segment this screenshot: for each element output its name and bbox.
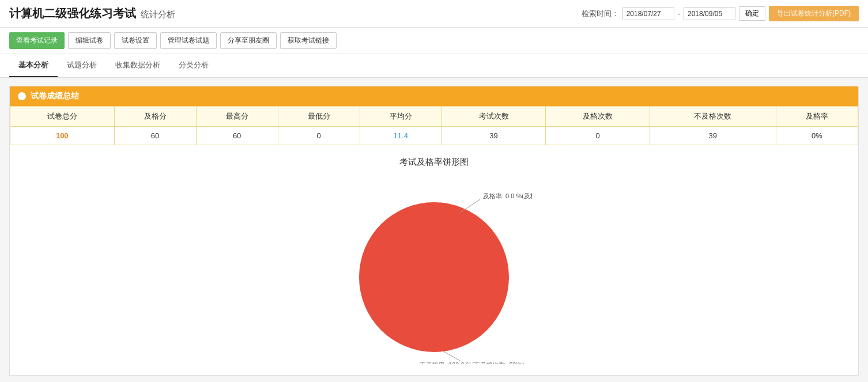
pie-chart-area: 考试及格率饼形图 及格率: 0.0 %(及格次数: 0次) 不及格率: 100.… — [10, 145, 858, 375]
val-exam-count: 39 — [441, 127, 546, 145]
val-min-score: 0 — [278, 127, 360, 145]
confirm-button[interactable]: 确定 — [739, 6, 765, 21]
fail-label-line — [443, 351, 460, 361]
pie-chart-title: 考试及格率饼形图 — [399, 157, 469, 168]
val-total-score: 100 — [10, 127, 115, 145]
main-title: 计算机二级强化练习考试 — [9, 6, 136, 21]
section-icon — [18, 92, 26, 100]
date-separator: - — [678, 9, 680, 18]
date-end-input[interactable] — [684, 7, 735, 20]
val-pass-score: 60 — [114, 127, 196, 145]
pass-label-text: 及格率: 0.0 %(及格次数: 0次) — [483, 192, 532, 199]
stats-table: 试卷总分 及格分 最高分 最低分 平均分 考试次数 及格次数 不及格次数 及格率… — [10, 106, 858, 145]
pie-chart-svg: 及格率: 0.0 %(及格次数: 0次) 不及格率: 100.0 %(不及格次数… — [336, 179, 532, 364]
tab-basic-analysis[interactable]: 基本分析 — [9, 54, 58, 77]
col-pass-rate: 及格率 — [776, 107, 858, 127]
val-pass-rate: 0% — [776, 127, 858, 145]
view-records-button[interactable]: 查看考试记录 — [9, 32, 65, 49]
export-button[interactable]: 导出试卷统计分析(PDF) — [769, 6, 859, 21]
col-exam-count: 考试次数 — [441, 107, 546, 127]
col-fail-count: 不及格次数 — [650, 107, 776, 127]
stats-table-data-row: 100 60 60 0 11.4 39 0 39 0% — [10, 127, 858, 145]
col-pass-score: 及格分 — [114, 107, 196, 127]
stats-table-header-row: 试卷总分 及格分 最高分 最低分 平均分 考试次数 及格次数 不及格次数 及格率 — [10, 107, 858, 127]
edit-paper-button[interactable]: 编辑试卷 — [68, 32, 111, 49]
main-content: 试卷成绩总结 试卷总分 及格分 最高分 最低分 平均分 考试次数 及格次数 不及… — [0, 78, 868, 382]
pass-label-line — [460, 199, 480, 213]
manage-questions-button[interactable]: 管理试卷试题 — [160, 32, 217, 49]
sub-title: 统计分析 — [141, 9, 175, 20]
tab-category-analysis[interactable]: 分类分析 — [169, 54, 218, 77]
header-right: 检索时间： - 确定 导出试卷统计分析(PDF) — [582, 6, 859, 21]
score-summary-title: 试卷成绩总结 — [31, 91, 79, 101]
header-title: 计算机二级强化练习考试 统计分析 — [9, 6, 175, 21]
score-summary-card: 试卷成绩总结 试卷总分 及格分 最高分 最低分 平均分 考试次数 及格次数 不及… — [9, 86, 859, 376]
tab-collect-analysis[interactable]: 收集数据分析 — [106, 54, 169, 77]
col-min-score: 最低分 — [278, 107, 360, 127]
search-label: 检索时间： — [582, 9, 619, 19]
col-max-score: 最高分 — [196, 107, 278, 127]
header: 计算机二级强化练习考试 统计分析 检索时间： - 确定 导出试卷统计分析(PDF… — [0, 0, 868, 28]
tabs: 基本分析 试题分析 收集数据分析 分类分析 — [0, 54, 868, 78]
toolbar: 查看考试记录 编辑试卷 试卷设置 管理试卷试题 分享至朋友圈 获取考试链接 — [0, 28, 868, 54]
score-summary-header: 试卷成绩总结 — [10, 86, 858, 106]
col-pass-count: 及格次数 — [546, 107, 650, 127]
get-link-button[interactable]: 获取考试链接 — [280, 32, 337, 49]
paper-settings-button[interactable]: 试卷设置 — [114, 32, 157, 49]
val-max-score: 60 — [196, 127, 278, 145]
tab-question-analysis[interactable]: 试题分析 — [58, 54, 106, 77]
fail-label-text: 不及格率: 100.0 %(不及格次数: 39次) — [420, 361, 524, 364]
toolbar-left: 查看考试记录 编辑试卷 试卷设置 管理试卷试题 分享至朋友圈 获取考试链接 — [9, 32, 337, 49]
col-avg-score: 平均分 — [360, 107, 441, 127]
date-start-input[interactable] — [622, 7, 674, 20]
pie-fail-slice — [359, 202, 509, 352]
pie-chart-container: 及格率: 0.0 %(及格次数: 0次) 不及格率: 100.0 %(不及格次数… — [336, 179, 532, 364]
val-pass-count: 0 — [546, 127, 650, 145]
col-total-score: 试卷总分 — [10, 107, 115, 127]
val-fail-count: 39 — [650, 127, 776, 145]
val-avg-score: 11.4 — [360, 127, 441, 145]
share-friends-button[interactable]: 分享至朋友圈 — [220, 32, 277, 49]
